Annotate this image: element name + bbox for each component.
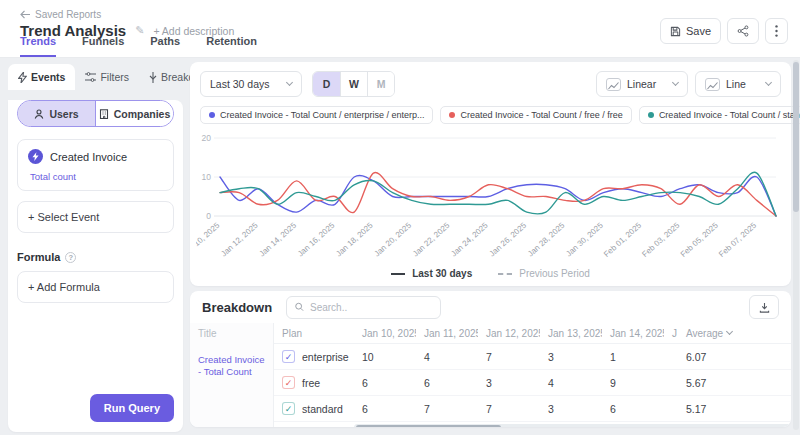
value-cell: 3 [540,351,602,363]
column-header-label: Plan [282,328,302,339]
granularity-w[interactable]: W [340,72,367,96]
date-range-select[interactable]: Last 30 days [200,71,302,97]
page-scrollbar[interactable] [793,60,799,430]
title-column-header: Title [190,323,273,344]
x-axis-label: Jan 22, 2025 [411,220,452,258]
top-header: Saved Reports Trend Analysis ✎ + Add des… [0,0,800,58]
legend-pill-2[interactable]: Created Invoice - Total Count / standard… [639,106,800,124]
x-axis-label: Jan 10, 2025 [196,220,222,258]
tab-retention[interactable]: Retention [206,35,257,57]
series-line-0 [220,175,776,216]
solid-line-swatch [391,273,405,275]
event-card-created-invoice[interactable]: Created Invoice Total count [17,139,174,191]
back-to-saved-reports[interactable]: Saved Reports [20,9,101,20]
average-cell: 6.07 [678,351,791,363]
column-header-label: Jan 12, 2025 [486,328,540,339]
column-header-label: Jan 14, 2025 [610,328,664,339]
chart-type-select[interactable]: Line [695,71,781,97]
kebab-icon [775,25,778,37]
formula-section-label: Formula ? [17,251,174,263]
average-cell: 5.17 [678,403,791,415]
entity-option-users[interactable]: Users [18,101,95,126]
select-event-button[interactable]: + Select Event [17,201,174,233]
sort-chevron-icon[interactable] [726,328,733,335]
value-cell: 3 [540,403,602,415]
value-cell: 7 [478,351,540,363]
x-axis-label: Jan 20, 2025 [373,220,414,258]
x-axis-label: Feb 01, 2025 [602,220,643,258]
entity-option-companies[interactable]: Companies [95,101,173,126]
column-header-7: Average [678,328,791,339]
period-legend-label: Previous Period [519,268,590,279]
x-axis-label: Jan 12, 2025 [219,220,260,258]
scale-value: Linear [627,78,667,90]
breakdown-search[interactable] [286,296,441,319]
granularity-m[interactable]: M [367,72,394,96]
table-hscrollbar-thumb[interactable] [356,425,501,427]
plan-label: free [302,377,320,389]
save-button[interactable]: Save [660,18,721,44]
value-cell: 6 [416,377,478,389]
legend-pill-1[interactable]: Created Invoice - Total Count / free / f… [440,106,631,124]
breakdown-table: Title Created Invoice - Total Count Plan… [190,323,791,427]
entity-option-label: Users [49,108,78,120]
page-scrollbar-thumb[interactable] [793,62,799,212]
series-legend: Created Invoice - Total Count / enterpri… [190,101,791,124]
run-query-button[interactable]: Run Query [90,394,174,422]
plan-label: enterprise [302,351,349,363]
tab-paths[interactable]: Paths [150,35,180,57]
x-axis-label: Jan 28, 2025 [526,220,567,258]
legend-pill-0[interactable]: Created Invoice - Total Count / enterpri… [200,106,433,124]
line-chart-icon [705,78,720,91]
column-header-6: J [664,328,678,339]
table-hscrollbar[interactable] [354,424,791,427]
events-icon [18,72,27,83]
search-input[interactable] [310,302,432,313]
trend-chart: 01020Jan 10, 2025Jan 12, 2025Jan 14, 202… [190,124,791,262]
title-column: Title Created Invoice - Total Count [190,323,274,427]
period-legend-last-30-days[interactable]: Last 30 days [391,268,472,279]
period-legend: Last 30 daysPrevious Period [190,268,791,279]
plan-checkbox[interactable]: ✓ [282,376,295,389]
dashed-line-swatch [498,273,512,275]
x-axis-label: Jan 18, 2025 [334,220,375,258]
download-button[interactable] [749,295,779,319]
column-header-label: Jan 10, 2025 [362,328,416,339]
user-icon [34,109,44,119]
legend-label: Created Invoice - Total Count / enterpri… [220,110,424,120]
info-icon[interactable]: ? [65,252,76,263]
sidebar-tab-label: Filters [100,71,129,83]
plan-checkbox[interactable]: ✓ [282,402,295,415]
value-cell: 9 [602,377,664,389]
add-formula-button[interactable]: + Add Formula [17,271,174,303]
row-title-link[interactable]: Created Invoice - Total Count [190,344,273,388]
tab-trends[interactable]: Trends [20,35,56,57]
column-header-3: Jan 12, 2025 [478,328,540,339]
search-icon [295,302,304,312]
sidebar-tab-events[interactable]: Events [8,64,75,90]
event-icon [28,149,43,164]
chevron-down-icon [286,79,293,86]
event-measure[interactable]: Total count [30,171,163,182]
plan-label: standard [302,403,343,415]
filters-icon [85,72,96,82]
granularity-d[interactable]: D [313,72,340,96]
tab-funnels[interactable]: Funnels [82,35,124,57]
share-button[interactable] [727,18,759,44]
date-range-value: Last 30 days [210,78,281,90]
breakdown-icon [149,72,157,83]
plan-checkbox[interactable]: ✓ [282,350,295,363]
period-legend-previous-period[interactable]: Previous Period [498,268,590,279]
more-options-button[interactable] [765,18,788,44]
query-sidebar: EventsFiltersBreakdown UsersCompanies Cr… [8,64,183,422]
column-header-label: Average [686,328,723,339]
value-cell: 6 [354,403,416,415]
scale-select[interactable]: Linear [596,71,688,97]
legend-dot-icon [209,112,215,118]
table-header-row: PlanJan 10, 2025Jan 11, 2025Jan 12, 2025… [274,323,791,344]
sidebar-tab-filters[interactable]: Filters [75,64,139,90]
period-legend-label: Last 30 days [412,268,472,279]
chevron-down-icon [672,79,679,86]
back-arrow-icon [20,10,30,19]
share-icon [737,25,749,37]
